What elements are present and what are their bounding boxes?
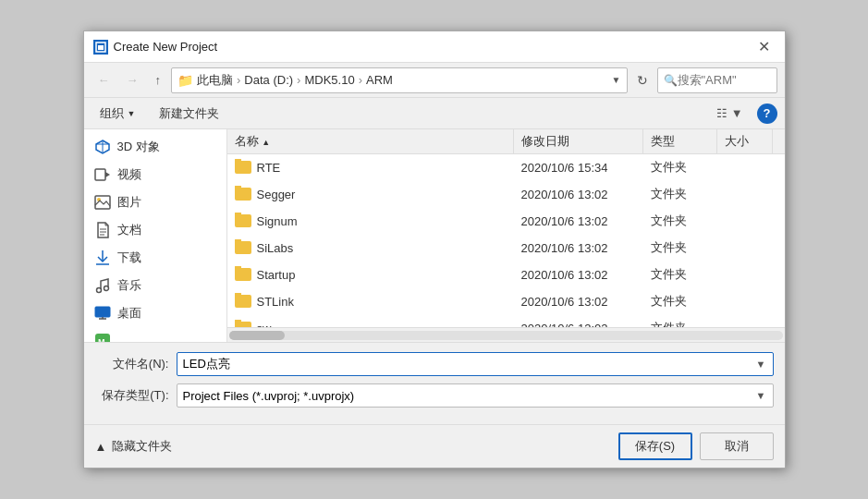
filetype-select-wrapper: Project Files (*.uvproj; *.uvprojx) ▼ (177, 383, 774, 408)
refresh-button[interactable]: ↻ (635, 71, 650, 90)
picture-icon (93, 193, 112, 212)
cell-date-4: 2020/10/6 13:02 (514, 266, 643, 284)
filename-input-wrapper: ▼ (177, 352, 774, 376)
sidebar-item-music[interactable]: 音乐 (84, 272, 226, 299)
up-button[interactable]: ↑ (149, 69, 168, 91)
sidebar-label-picture: 图片 (117, 194, 141, 211)
file-area: 名称 修改日期 类型 大小 RTE 2020/10/6 15:34 文件夹 (227, 129, 785, 342)
cell-name-2: Signum (227, 213, 514, 230)
app-icon (93, 40, 108, 55)
cell-name-3: SiLabs (227, 239, 514, 257)
cancel-button[interactable]: 取消 (700, 432, 774, 460)
save-button[interactable]: 保存(S) (618, 432, 692, 460)
table-row[interactable]: RTE 2020/10/6 15:34 文件夹 (227, 154, 785, 181)
file-scroll[interactable]: RTE 2020/10/6 15:34 文件夹 Segger 2020/10/6… (227, 154, 785, 327)
folder-icon (235, 322, 251, 327)
horizontal-scrollbar[interactable] (227, 327, 785, 342)
filename-input[interactable] (177, 352, 774, 376)
cell-size-2 (717, 219, 773, 223)
help-label: ? (764, 106, 771, 120)
search-icon: 🔍 (664, 74, 678, 87)
table-row[interactable]: Startup 2020/10/6 13:02 文件夹 (227, 262, 785, 288)
table-row[interactable]: SiLabs 2020/10/6 13:02 文件夹 (227, 235, 785, 262)
svg-point-15 (104, 286, 108, 291)
table-row[interactable]: STLink 2020/10/6 13:02 文件夹 (227, 288, 785, 315)
sidebar-label-download: 下载 (117, 250, 141, 266)
cell-type-3: 文件夹 (643, 237, 717, 258)
scroll-thumb (229, 331, 285, 340)
scroll-track (229, 331, 783, 340)
cell-size-5 (717, 299, 773, 303)
cell-date-5: 2020/10/6 13:02 (514, 293, 643, 310)
sidebar-item-picture[interactable]: 图片 (84, 189, 226, 216)
cell-type-4: 文件夹 (643, 264, 717, 285)
breadcrumb: 此电脑 › Data (D:) › MDK5.10 › ARM (197, 72, 393, 89)
folder-icon (235, 241, 251, 254)
cell-date-6: 2020/10/6 13:02 (514, 320, 643, 328)
col-header-size[interactable]: 大小 (717, 129, 773, 153)
sidebar-item-app[interactable]: M (84, 327, 226, 342)
help-button[interactable]: ? (757, 103, 777, 124)
svg-rect-1 (98, 45, 104, 50)
file-list-header: 名称 修改日期 类型 大小 (227, 129, 785, 154)
organize-toolbar: 组织 ▼ 新建文件夹 ☷ ▼ ? (84, 98, 785, 129)
sidebar-item-3d[interactable]: 3D 对象 (84, 133, 226, 161)
document-icon (93, 221, 112, 239)
cell-type-2: 文件夹 (643, 211, 717, 231)
table-row[interactable]: Signum 2020/10/6 13:02 文件夹 (227, 208, 785, 235)
folder-icon-addr: 📁 (177, 73, 193, 88)
cube-icon (93, 138, 112, 156)
cell-name-5: STLink (227, 293, 514, 310)
cell-name-0: RTE (227, 159, 514, 176)
cell-type-0: 文件夹 (643, 157, 717, 177)
search-box[interactable]: 🔍 (657, 67, 777, 93)
crumb-dropdown-icon[interactable]: ▼ (612, 75, 621, 85)
sidebar-label-desktop: 桌面 (117, 305, 141, 322)
crumb-mdk[interactable]: MDK5.10 (304, 73, 354, 87)
content-area: 3D 对象 视频 (84, 129, 785, 342)
bottom-form: 文件名(N): ▼ 保存类型(T): Project Files (*.uvpr… (84, 342, 785, 424)
hide-folders-toggle[interactable]: ▲ 隐藏文件夹 (95, 438, 173, 455)
folder-icon (235, 188, 251, 201)
cell-date-1: 2020/10/6 13:02 (514, 186, 643, 203)
crumb-drive[interactable]: Data (D:) (244, 73, 293, 87)
video-icon (93, 165, 112, 184)
filetype-select[interactable]: Project Files (*.uvproj; *.uvprojx) (177, 383, 774, 408)
col-header-type[interactable]: 类型 (643, 129, 717, 153)
svg-rect-16 (95, 307, 110, 317)
crumb-computer[interactable]: 此电脑 (197, 72, 233, 89)
filename-row: 文件名(N): ▼ (95, 352, 774, 376)
col-header-date[interactable]: 修改日期 (514, 129, 643, 153)
cell-date-3: 2020/10/6 13:02 (514, 239, 643, 257)
view-button[interactable]: ☷ ▼ (710, 103, 749, 123)
dialog-footer: ▲ 隐藏文件夹 保存(S) 取消 (84, 424, 785, 468)
forward-button[interactable]: → (120, 69, 145, 91)
sidebar-label-3d: 3D 对象 (117, 139, 160, 155)
back-button[interactable]: ← (92, 69, 116, 91)
sidebar-label-video: 视频 (117, 166, 141, 183)
filetype-row: 保存类型(T): Project Files (*.uvproj; *.uvpr… (95, 383, 774, 408)
sort-arrow (262, 134, 270, 148)
table-row[interactable]: sw 2020/10/6 13:02 文件夹 (227, 315, 785, 327)
organize-button[interactable]: 组织 ▼ (92, 103, 144, 125)
cell-size-1 (717, 192, 773, 196)
col-header-name[interactable]: 名称 (227, 129, 514, 153)
sidebar-item-doc[interactable]: 文档 (84, 216, 226, 244)
new-folder-button[interactable]: 新建文件夹 (151, 103, 227, 125)
svg-marker-6 (105, 172, 110, 177)
sidebar-item-desktop[interactable]: 桌面 (84, 299, 226, 327)
footer-buttons: 保存(S) 取消 (618, 432, 774, 460)
cell-date-2: 2020/10/6 13:02 (514, 213, 643, 230)
cell-size-4 (717, 273, 773, 276)
new-folder-label: 新建文件夹 (159, 105, 219, 122)
search-input[interactable] (678, 73, 770, 87)
col-name-label: 名称 (235, 134, 259, 148)
svg-text:M: M (98, 337, 105, 342)
sidebar-item-download[interactable]: 下载 (84, 244, 226, 272)
col-size-label: 大小 (725, 134, 749, 148)
address-bar[interactable]: 📁 此电脑 › Data (D:) › MDK5.10 › ARM ▼ (171, 67, 628, 93)
sidebar-item-video[interactable]: 视频 (84, 161, 226, 189)
close-button[interactable]: ✕ (752, 36, 776, 57)
crumb-arm[interactable]: ARM (366, 73, 393, 87)
table-row[interactable]: Segger 2020/10/6 13:02 文件夹 (227, 181, 785, 208)
